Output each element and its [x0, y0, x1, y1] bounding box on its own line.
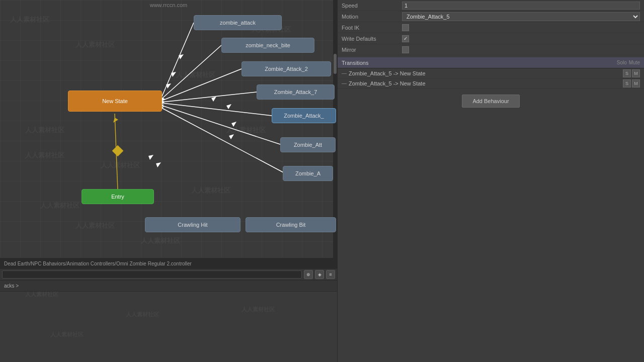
- motion-label: Motion: [342, 14, 402, 20]
- inspector-mirror-row: Mirror: [338, 44, 644, 55]
- animator-search[interactable]: [2, 270, 302, 279]
- trans-mute-2[interactable]: M: [632, 79, 640, 87]
- state-zombie-neck-bite[interactable]: zombie_neck_bite: [221, 38, 314, 53]
- watermark-1: 人人素材社区: [10, 15, 49, 24]
- mirror-label: Mirror: [342, 47, 402, 53]
- svg-marker-21: [229, 134, 234, 139]
- svg-line-3: [162, 92, 257, 102]
- svg-line-4: [162, 103, 272, 116]
- transition-row-2[interactable]: — Zombie_Attack_5 -> New State S M: [338, 78, 644, 88]
- state-crawling-hit[interactable]: Crawling Hit: [145, 217, 240, 232]
- transitions-title: Transitions: [342, 60, 617, 66]
- speed-input[interactable]: [402, 2, 640, 10]
- svg-line-0: [161, 23, 194, 99]
- transition-arrow-1: —: [342, 70, 347, 76]
- watermark-bp-3: 人人素材社区: [50, 331, 84, 338]
- watermark-bp-1: 人人素材社区: [25, 291, 58, 298]
- state-zombie-attack-2[interactable]: Zombie_Attack_2: [242, 61, 331, 76]
- watermark-bp-2: 人人素材社区: [126, 311, 159, 318]
- transition-arrow-2: —: [342, 80, 347, 86]
- watermark-3: 人人素材社区: [176, 70, 215, 79]
- watermark-2: 人人素材社区: [75, 40, 115, 49]
- path-bar: Dead Earth/NPC Bahaviors/Animation Contr…: [0, 258, 337, 269]
- state-new-state[interactable]: New State: [68, 90, 162, 112]
- svg-marker-17: [166, 83, 171, 88]
- watermark-6: 人人素材社区: [75, 221, 115, 230]
- toolbar-btn-2[interactable]: ◈: [315, 270, 324, 279]
- state-crawling-bit[interactable]: Crawling Bit: [246, 217, 336, 232]
- watermark-4: 人人素材社区: [25, 151, 64, 160]
- state-entry[interactable]: Entry: [82, 189, 154, 204]
- inspector-speed-row: Speed: [338, 0, 644, 11]
- svg-marker-18: [211, 97, 216, 102]
- transition-text-2: Zombie_Attack_5 -> New State: [349, 80, 623, 86]
- svg-line-1: [162, 45, 221, 99]
- svg-marker-16: [171, 72, 176, 77]
- foot-ik-label: Foot IK: [342, 25, 402, 31]
- main-container: www.rrccn.com 人人素材社区 人人素材社区 人人素材社区 人人素材社…: [0, 0, 644, 362]
- state-zombie-a[interactable]: Zombie_A: [283, 166, 333, 181]
- speed-label: Speed: [342, 3, 402, 9]
- mute-label: Mute: [629, 60, 640, 65]
- animator-panel: www.rrccn.com 人人素材社区 人人素材社区 人人素材社区 人人素材社…: [0, 0, 337, 362]
- top-watermark: www.rrccn.com: [150, 2, 188, 8]
- motion-select[interactable]: Zombie_Attack_5: [402, 12, 640, 21]
- foot-ik-checkbox[interactable]: [402, 24, 409, 31]
- svg-marker-19: [226, 104, 231, 109]
- trans-mute-1[interactable]: M: [632, 69, 640, 77]
- svg-marker-23: [156, 162, 161, 167]
- state-zombie-attack[interactable]: zombie_attack: [194, 15, 282, 30]
- write-defaults-checkbox[interactable]: [402, 35, 409, 42]
- watermark-8: 人人素材社区: [226, 126, 266, 135]
- write-defaults-label: Write Defaults: [342, 36, 402, 42]
- solo-label: Solo: [617, 60, 627, 65]
- scroll-thumb: [334, 54, 337, 74]
- svg-marker-20: [231, 122, 236, 127]
- transition-controls-2: S M: [623, 79, 640, 87]
- inspector-motion-row: Motion Zombie_Attack_5: [338, 11, 644, 22]
- inspector-write-defaults-row: Write Defaults: [338, 33, 644, 44]
- animator-toolbar: ⊕ ◈ ≡: [0, 269, 337, 280]
- state-zombie-attack-5[interactable]: Zombie_Attack_: [272, 108, 336, 123]
- toolbar-btn-3[interactable]: ≡: [326, 270, 335, 279]
- state-zombie-att[interactable]: Zombie_Att: [280, 137, 336, 152]
- inspector-panel: Speed Motion Zombie_Attack_5 Foot IK Wri…: [337, 0, 644, 362]
- trans-solo-2[interactable]: S: [623, 79, 631, 87]
- svg-marker-15: [179, 54, 184, 59]
- add-behaviour-button[interactable]: Add Behaviour: [462, 95, 519, 108]
- svg-marker-24: [113, 118, 118, 123]
- transition-controls-1: S M: [623, 69, 640, 77]
- transition-row-1[interactable]: — Zombie_Attack_5 -> New State S M: [338, 68, 644, 78]
- inspector-foot-ik-row: Foot IK: [338, 22, 644, 33]
- transition-text-1: Zombie_Attack_5 -> New State: [349, 70, 623, 76]
- svg-line-5: [162, 106, 282, 145]
- transitions-header: Transitions Solo Mute: [338, 57, 644, 68]
- svg-line-6: [162, 108, 285, 173]
- trans-solo-1[interactable]: S: [623, 69, 631, 77]
- watermark-bp-4: 人人素材社区: [242, 306, 275, 313]
- mirror-checkbox[interactable]: [402, 46, 409, 53]
- solo-mute-controls: Solo Mute: [617, 60, 640, 65]
- svg-line-2: [162, 69, 242, 101]
- default-state-marker: [112, 145, 124, 157]
- state-zombie-attack-7[interactable]: Zombie_Attack_7: [257, 84, 335, 100]
- watermark-5: 人人素材社区: [191, 186, 230, 195]
- bottom-panel-header: acks >: [0, 281, 337, 292]
- bottom-panel: acks > 人人素材社区 人人素材社区 人人素材社区 人人素材社区: [0, 280, 337, 362]
- toolbar-btn-1[interactable]: ⊕: [304, 270, 313, 279]
- svg-marker-22: [148, 155, 153, 160]
